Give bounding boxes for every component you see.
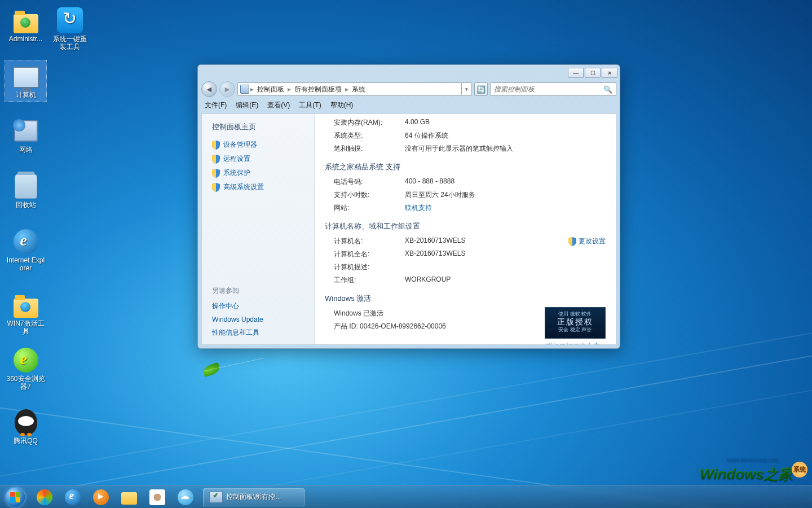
watermark-logo: www.windowszj.com Windows之家 系统 bbox=[699, 465, 807, 484]
pen-value: 没有可用于此显示器的笔或触控输入 bbox=[405, 144, 606, 154]
nav-forward-button[interactable]: ► bbox=[219, 81, 235, 97]
desc-label: 计算机描述: bbox=[334, 262, 405, 272]
desktop-icon-ie[interactable]: Internet Explorer bbox=[5, 226, 47, 274]
menu-help[interactable]: 帮助(H) bbox=[327, 99, 357, 111]
wmp-icon bbox=[93, 489, 109, 505]
taskbar-pin-explorer[interactable] bbox=[116, 487, 143, 508]
folder-tool-icon bbox=[12, 291, 39, 318]
search-box[interactable]: 🔍 bbox=[490, 82, 616, 96]
menu-tools[interactable]: 工具(T) bbox=[295, 99, 324, 111]
start-button[interactable] bbox=[0, 486, 30, 509]
taskbar-pin-paint[interactable] bbox=[144, 487, 171, 508]
online-support-link[interactable]: 联机支持 bbox=[405, 204, 432, 212]
taskbar-pin-rgb[interactable] bbox=[31, 487, 58, 508]
icon-label: Administr... bbox=[5, 35, 47, 45]
icon-label: 计算机 bbox=[5, 91, 46, 101]
reinstall-app-icon bbox=[56, 7, 83, 34]
pcname-label: 计算机名: bbox=[334, 237, 405, 246]
breadcrumb-seg3[interactable]: 系统 bbox=[348, 85, 369, 94]
sidebar-header[interactable]: 控制面板主页 bbox=[202, 121, 314, 138]
maximize-button[interactable]: ☐ bbox=[585, 68, 601, 78]
desktop-icon-360-browser[interactable]: 360安全浏览器7 bbox=[5, 344, 47, 393]
window-titlebar[interactable]: — ☐ ✕ bbox=[198, 65, 620, 81]
shield-icon bbox=[212, 141, 220, 150]
taskbar-pin-ie[interactable] bbox=[59, 487, 86, 508]
360-browser-icon bbox=[12, 347, 39, 374]
sidebar-link-windows-update[interactable]: Windows Update bbox=[202, 313, 314, 326]
taskbar-pin-wmp[interactable] bbox=[87, 487, 114, 508]
shield-icon bbox=[212, 183, 220, 192]
sidebar-link-devmgr[interactable]: 设备管理器 bbox=[202, 138, 314, 152]
qq-icon bbox=[12, 409, 39, 436]
icon-label: 腾讯QQ bbox=[5, 437, 47, 447]
control-panel-icon bbox=[240, 85, 249, 94]
menu-edit[interactable]: 编辑(E) bbox=[232, 99, 262, 111]
systype-value: 64 位操作系统 bbox=[405, 131, 606, 141]
media-icon bbox=[37, 489, 52, 505]
close-button[interactable]: ✕ bbox=[602, 68, 617, 78]
hours-label: 支持小时数: bbox=[334, 190, 405, 200]
recycle-bin-icon bbox=[12, 173, 39, 200]
shield-icon bbox=[212, 155, 220, 164]
sidebar-see-also-header: 另请参阅 bbox=[202, 282, 314, 299]
sidebar-link-action-center[interactable]: 操作中心 bbox=[202, 299, 314, 313]
search-input[interactable] bbox=[494, 85, 603, 93]
learn-more-link[interactable]: 联机了解更多内容... bbox=[546, 343, 606, 344]
menu-view[interactable]: 查看(V) bbox=[264, 99, 293, 111]
task-label: 控制面板\所有控... bbox=[226, 492, 281, 502]
product-id: 产品 ID: 00426-OEM-8992662-00006 bbox=[334, 322, 446, 331]
desktop-icon-administrator[interactable]: Administr... bbox=[5, 5, 47, 45]
icon-label: 360安全浏览器7 bbox=[5, 375, 47, 393]
sidebar-link-perf-tools[interactable]: 性能信息和工具 bbox=[202, 326, 314, 340]
icon-label: 系统一键重装工具 bbox=[48, 35, 91, 53]
pen-label: 笔和触摸: bbox=[334, 144, 405, 154]
breadcrumb-dropdown[interactable]: ▾ bbox=[462, 82, 472, 96]
content-pane[interactable]: 安装内存(RAM):4.00 GB 系统类型:64 位操作系统 笔和触摸:没有可… bbox=[315, 114, 616, 344]
sidebar-link-advsys[interactable]: 高级系统设置 bbox=[202, 180, 314, 194]
taskbar-task-control-panel[interactable]: 控制面板\所有控... bbox=[203, 488, 304, 506]
desktop-icon-network[interactable]: 网络 bbox=[5, 115, 47, 156]
sidebar-link-sysprot[interactable]: 系统保护 bbox=[202, 166, 314, 180]
workgroup-label: 工作组: bbox=[334, 275, 405, 285]
pcname-value: XB-20160713WELS bbox=[405, 237, 568, 246]
desktop-icon-qq[interactable]: 腾讯QQ bbox=[5, 406, 47, 447]
taskbar: 控制面板\所有控... bbox=[0, 485, 812, 508]
activation-header: Windows 激活 bbox=[325, 294, 606, 304]
taskbar-pin-cloud[interactable] bbox=[172, 487, 199, 508]
breadcrumb-seg1[interactable]: 控制面板 bbox=[254, 85, 288, 94]
desktop-icon-sys-reinstall[interactable]: 系统一键重装工具 bbox=[48, 5, 91, 53]
name-header: 计算机名称、域和工作组设置 bbox=[325, 221, 606, 231]
windows-orb-icon bbox=[6, 488, 25, 507]
control-panel-icon bbox=[209, 492, 223, 503]
breadcrumb-seg2[interactable]: 所有控制面板项 bbox=[291, 85, 345, 94]
desktop-icon-computer[interactable]: 计算机 bbox=[5, 60, 47, 102]
search-icon[interactable]: 🔍 bbox=[603, 85, 612, 94]
network-icon bbox=[12, 117, 39, 144]
shield-icon bbox=[568, 237, 576, 246]
ie-icon bbox=[65, 489, 81, 505]
system-window: — ☐ ✕ ◄ ► ▸ 控制面板 ▸ 所有控制面板项 ▸ 系统 ▾ 🔄 🔍 文件… bbox=[197, 64, 620, 349]
breadcrumb-bar[interactable]: ▸ 控制面板 ▸ 所有控制面板项 ▸ 系统 bbox=[237, 82, 462, 96]
support-header: 系统之家精品系统 支持 bbox=[325, 162, 606, 172]
icon-label: Internet Explorer bbox=[5, 256, 47, 274]
paint-icon bbox=[149, 489, 165, 505]
desktop-icon-win7-activator[interactable]: WIN7激活工具 bbox=[5, 289, 47, 338]
menu-file[interactable]: 文件(F) bbox=[201, 99, 230, 111]
sidebar-link-remote[interactable]: 远程设置 bbox=[202, 152, 314, 166]
refresh-button[interactable]: 🔄 bbox=[474, 82, 488, 96]
shield-icon bbox=[212, 169, 220, 178]
minimize-button[interactable]: — bbox=[568, 68, 584, 78]
systype-label: 系统类型: bbox=[334, 131, 405, 141]
icon-label: 网络 bbox=[5, 146, 47, 156]
change-settings-link[interactable]: 更改设置 bbox=[568, 237, 606, 246]
nav-back-button[interactable]: ◄ bbox=[201, 81, 217, 97]
address-bar-row: ◄ ► ▸ 控制面板 ▸ 所有控制面板项 ▸ 系统 ▾ 🔄 🔍 bbox=[201, 81, 616, 98]
ram-value: 4.00 GB bbox=[405, 118, 606, 128]
phone-label: 电话号码: bbox=[334, 177, 405, 187]
folder-user-icon bbox=[12, 7, 39, 34]
hours-value: 周日至周六 24小时服务 bbox=[405, 190, 606, 200]
cloud-icon bbox=[178, 489, 193, 505]
sidebar: 控制面板主页 设备管理器 远程设置 系统保护 高级系统设置 另请参阅 操作中心 … bbox=[202, 114, 315, 344]
menu-bar: 文件(F) 编辑(E) 查看(V) 工具(T) 帮助(H) bbox=[201, 99, 616, 111]
desktop-icon-recycle-bin[interactable]: 回收站 bbox=[5, 170, 47, 211]
